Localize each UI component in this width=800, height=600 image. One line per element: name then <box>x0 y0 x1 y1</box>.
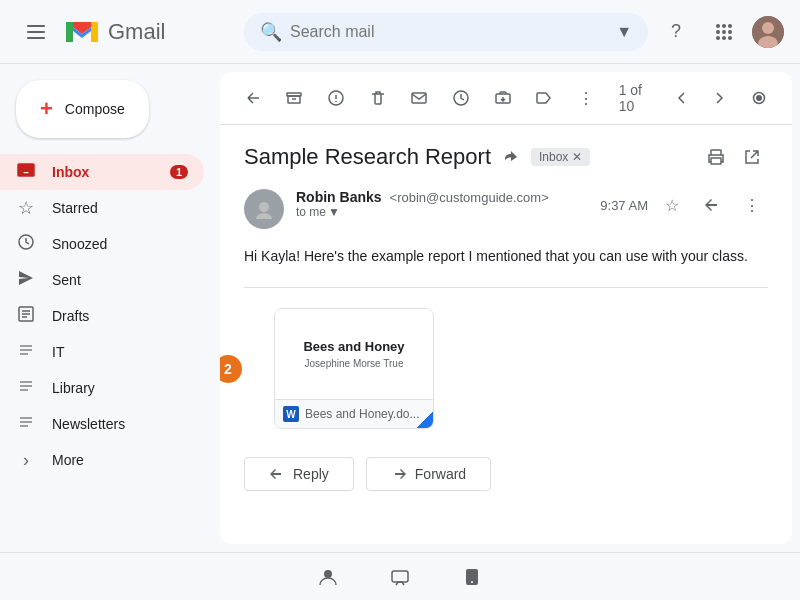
svg-point-13 <box>762 22 774 34</box>
label-button[interactable] <box>527 80 561 116</box>
sidebar-item-sent[interactable]: Sent <box>0 262 204 298</box>
svg-point-26 <box>259 202 269 212</box>
help-icon[interactable]: ? <box>656 12 696 52</box>
more-email-options[interactable]: ⋮ <box>736 189 768 221</box>
drafts-icon <box>16 305 36 328</box>
email-message: Hi Kayla! Here's the example report I me… <box>244 245 768 288</box>
starred-label: Starred <box>52 200 98 216</box>
sender-avatar <box>244 189 284 229</box>
svg-point-9 <box>716 36 720 40</box>
to-me-chevron[interactable]: ▼ <box>328 205 340 219</box>
search-icon: 🔍 <box>260 21 282 43</box>
chat-icon[interactable] <box>380 557 420 597</box>
to-me-text: to me <box>296 205 326 219</box>
compose-button[interactable]: + Compose <box>16 80 149 138</box>
sidebar-item-starred[interactable]: ☆ Starred <box>0 190 204 226</box>
reply-button[interactable]: Reply <box>244 457 354 491</box>
snoozed-label: Snoozed <box>52 236 107 252</box>
search-dropdown-icon[interactable]: ▼ <box>616 23 632 41</box>
apps-icon[interactable] <box>704 12 744 52</box>
email-message-text: Hi Kayla! Here's the example report I me… <box>244 248 748 264</box>
move-to-button[interactable] <box>486 80 520 116</box>
subject-actions <box>700 141 768 173</box>
main-layout: + Compose Inbox 1 ☆ Starred <box>0 64 800 552</box>
email-time: 9:37 AM <box>600 198 648 213</box>
svg-point-6 <box>716 30 720 34</box>
report-spam-button[interactable] <box>319 80 353 116</box>
next-email-button[interactable] <box>705 82 735 114</box>
inbox-tag[interactable]: Inbox ✕ <box>531 148 590 166</box>
attachment-footer: W Bees and Honey.do... <box>275 399 433 428</box>
topbar-right: ? <box>656 12 784 52</box>
email-settings-button[interactable] <box>742 80 776 116</box>
svg-rect-2 <box>27 37 45 39</box>
search-input[interactable] <box>290 23 604 41</box>
star-email-button[interactable]: ☆ <box>656 189 688 221</box>
svg-rect-24 <box>711 150 721 155</box>
sidebar-item-library[interactable]: Library <box>0 370 204 406</box>
bottom-nav <box>0 552 800 600</box>
library-label: Library <box>52 380 95 396</box>
sender-name-row: Robin Banks <robin@customguide.com> <box>296 189 588 205</box>
reply-inline-button[interactable] <box>696 189 728 221</box>
topbar: Gmail 🔍 ▼ ? <box>0 0 800 64</box>
contacts-icon[interactable] <box>308 557 348 597</box>
avatar[interactable] <box>752 16 784 48</box>
search-bar: 🔍 ▼ <box>244 13 648 51</box>
forward-button[interactable]: Forward <box>366 457 491 491</box>
sidebar-item-drafts[interactable]: Drafts <box>0 298 204 334</box>
drafts-label: Drafts <box>52 308 89 324</box>
sidebar-item-inbox[interactable]: Inbox 1 <box>0 154 204 190</box>
sidebar-item-newsletters[interactable]: Newsletters <box>0 406 204 442</box>
it-label-icon <box>16 341 36 364</box>
svg-point-10 <box>722 36 726 40</box>
library-icon <box>16 377 36 400</box>
sidebar-item-more[interactable]: › More <box>0 442 204 478</box>
sidebar-item-snoozed[interactable]: Snoozed <box>0 226 204 262</box>
delete-button[interactable] <box>361 80 395 116</box>
more-options-button[interactable]: ⋮ <box>569 80 603 116</box>
gmail-logo: Gmail <box>64 18 165 46</box>
inbox-tag-remove[interactable]: ✕ <box>572 150 582 164</box>
sidebar-item-it[interactable]: IT <box>0 334 204 370</box>
subject-row: Sample Research Report Inbox ✕ <box>244 141 768 173</box>
phone-icon[interactable] <box>452 557 492 597</box>
forward-label: Forward <box>415 466 466 482</box>
archive-button[interactable] <box>278 80 312 116</box>
svg-rect-1 <box>27 31 45 33</box>
snooze-button[interactable] <box>444 80 478 116</box>
sender-info: Robin Banks <robin@customguide.com> to m… <box>296 189 588 219</box>
compose-label: Compose <box>65 101 125 117</box>
svg-point-7 <box>722 30 726 34</box>
svg-rect-0 <box>27 25 45 27</box>
sender-row: Robin Banks <robin@customguide.com> to m… <box>244 189 768 229</box>
inbox-icon <box>16 160 36 185</box>
inbox-badge: 1 <box>170 165 188 179</box>
attachment-title: Bees and Honey <box>303 339 404 354</box>
attachment-preview[interactable]: Bees and Honey Josephine Morse True W Be… <box>274 308 434 429</box>
to-me-row: to me ▼ <box>296 205 588 219</box>
email-body: Sample Research Report Inbox ✕ <box>220 125 792 544</box>
attachment-subtitle: Josephine Morse True <box>305 358 404 369</box>
more-icon: › <box>16 450 36 471</box>
svg-point-11 <box>728 36 732 40</box>
back-button[interactable] <box>236 80 270 116</box>
sent-label: Sent <box>52 272 81 288</box>
forward-icon-label[interactable] <box>503 149 519 165</box>
reply-label: Reply <box>293 466 329 482</box>
inbox-label: Inbox <box>52 164 89 180</box>
snoozed-icon <box>16 233 36 256</box>
more-label: More <box>52 452 84 468</box>
email-content: ⋮ 1 of 10 <box>220 72 792 544</box>
svg-rect-21 <box>412 93 426 103</box>
mark-unread-button[interactable] <box>403 80 437 116</box>
step-badge: 2 <box>220 355 242 383</box>
email-toolbar: ⋮ 1 of 10 <box>220 72 792 125</box>
attachment-filename: Bees and Honey.do... <box>305 407 425 421</box>
menu-icon[interactable] <box>16 12 56 52</box>
word-icon: W <box>283 406 299 422</box>
open-in-new-button[interactable] <box>736 141 768 173</box>
prev-email-button[interactable] <box>667 82 697 114</box>
print-button[interactable] <box>700 141 732 173</box>
star-icon: ☆ <box>16 197 36 219</box>
